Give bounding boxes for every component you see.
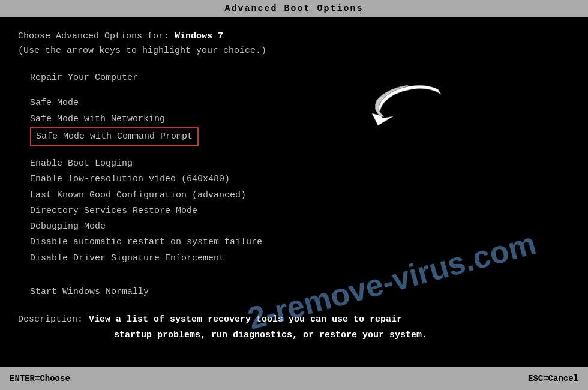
header-line1: Choose Advanced Options for: Windows 7 [18,29,570,44]
header-section: Choose Advanced Options for: Windows 7 (… [18,29,570,58]
description-section: Description: View a list of system recov… [18,312,570,343]
description-row1: Description: View a list of system recov… [18,312,570,328]
description-line1: View a list of system recovery tools you… [89,312,402,328]
description-label: Description: [18,312,83,328]
description-line2: startup problems, run diagnostics, or re… [114,328,570,343]
menu-item-repair[interactable]: Repair Your Computer [30,70,570,86]
header-prefix: Choose Advanced Options for: [18,31,175,41]
menu-item-safe-mode-cmd[interactable]: Safe Mode with Command Prompt [30,127,570,146]
bottom-bar: ENTER=Choose ESC=Cancel [0,367,588,390]
menu-item-safe-mode[interactable]: Safe Mode [30,95,570,111]
header-windows-version: Windows 7 [175,31,223,41]
title-bar: Advanced Boot Options [0,0,588,17]
menu-item-boot-logging[interactable]: Enable Boot Logging [30,156,570,172]
esc-label: ESC=Cancel [528,374,578,383]
menu-item-disable-driver-sig[interactable]: Disable Driver Signature Enforcement [30,251,570,266]
arrow-illustration [354,77,450,137]
safe-mode-group: Safe Mode Safe Mode with Networking Safe… [30,95,570,146]
menu-item-disable-restart[interactable]: Disable automatic restart on system fail… [30,235,570,250]
other-options-group: Enable Boot Logging Enable low-resolutio… [30,156,570,266]
enter-label: ENTER=Choose [10,374,70,383]
menu-item-safe-mode-networking[interactable]: Safe Mode with Networking [30,112,570,127]
main-content: Choose Advanced Options for: Windows 7 (… [0,17,588,358]
menu-item-low-res[interactable]: Enable low-resolution video (640x480) [30,172,570,187]
header-line2: (Use the arrow keys to highlight your ch… [18,44,570,58]
menu-item-last-known-good[interactable]: Last Known Good Configuration (advanced) [30,188,570,203]
menu-item-start-normally[interactable]: Start Windows Normally [30,284,570,300]
menu-item-directory-services[interactable]: Directory Services Restore Mode [30,203,570,219]
menu-item-debugging[interactable]: Debugging Mode [30,219,570,235]
menu-list: Repair Your Computer Safe Mode Safe Mode… [18,70,570,300]
